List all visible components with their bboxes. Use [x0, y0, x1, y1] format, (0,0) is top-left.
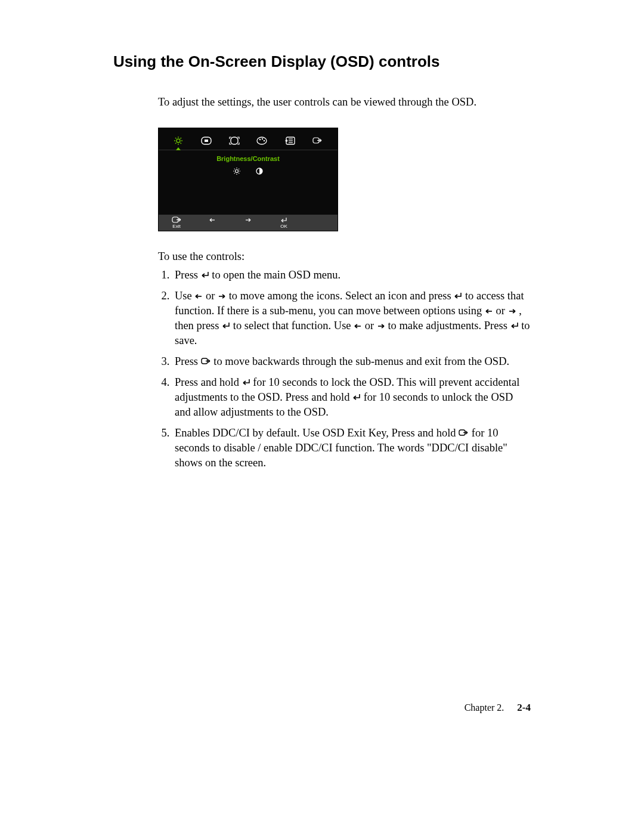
- text: to make adjustments. Press: [385, 320, 510, 332]
- text: Press: [175, 269, 201, 281]
- controls-lead: To use the controls:: [158, 249, 531, 264]
- right-arrow-icon: [508, 304, 516, 318]
- osd-screenshot: Brightness/Contrast Exit OK: [158, 128, 531, 231]
- right-arrow-icon: [377, 318, 385, 333]
- exit-icon: [172, 216, 182, 224]
- osd-right-button[interactable]: [230, 216, 266, 224]
- enter-icon: [454, 289, 462, 304]
- osd-tab-scaling[interactable]: [220, 132, 248, 150]
- left-arrow-icon: [194, 289, 203, 304]
- right-arrow-icon: [218, 289, 226, 304]
- osd-exit-label: Exit: [172, 224, 180, 229]
- osd-body: [159, 179, 338, 215]
- osd-left-button[interactable]: [194, 216, 230, 224]
- osd-subtitle: Brightness/Contrast: [159, 150, 338, 165]
- intro-paragraph: To adjust the settings, the user control…: [158, 95, 531, 110]
- step-3: Press to move backwards through the sub-…: [172, 354, 531, 369]
- exit-icon: [459, 426, 469, 441]
- enter-icon: [510, 318, 519, 333]
- osd-tab-color[interactable]: [248, 132, 276, 150]
- left-arrow-icon: [485, 304, 493, 318]
- section-heading: Using the On-Screen Display (OSD) contro…: [113, 52, 531, 71]
- text: or: [203, 290, 218, 302]
- page-number: 2-4: [517, 702, 531, 713]
- osd-panel: Brightness/Contrast Exit OK: [158, 128, 338, 231]
- osd-tab-brightness[interactable]: [165, 132, 193, 150]
- osd-ok-label: OK: [280, 224, 287, 229]
- brightness-icon[interactable]: [233, 167, 241, 175]
- document-page: Using the On-Screen Display (OSD) contro…: [0, 0, 644, 833]
- steps-list: Press to open the main OSD menu. Use or …: [158, 268, 531, 470]
- text: to open the main OSD menu.: [209, 269, 340, 281]
- osd-exit-button[interactable]: Exit: [159, 216, 194, 229]
- text: to move among the icons. Select an icon …: [226, 290, 454, 302]
- step-5: Enables DDC/CI by default. Use OSD Exit …: [172, 426, 531, 470]
- step-2: Use or to move among the icons. Select a…: [172, 289, 531, 348]
- enter-icon: [222, 318, 230, 333]
- text: or: [362, 320, 377, 332]
- text: Press and hold: [175, 376, 242, 388]
- osd-sub-icons: [159, 165, 338, 179]
- exit-icon: [201, 354, 211, 369]
- enter-icon: [201, 268, 209, 283]
- text: Use: [175, 290, 194, 302]
- text: to select that function. Use: [230, 320, 354, 332]
- enter-icon: [280, 216, 287, 224]
- step-4: Press and hold for 10 seconds to lock th…: [172, 375, 531, 420]
- osd-ok-button[interactable]: OK: [266, 216, 302, 229]
- left-arrow-icon: [354, 318, 362, 333]
- right-arrow-icon: [244, 216, 252, 224]
- text: or: [493, 305, 508, 317]
- osd-tab-options[interactable]: [276, 132, 304, 150]
- text: Press: [175, 355, 201, 367]
- text: to move backwards through the sub-menus …: [211, 355, 509, 367]
- enter-icon: [242, 375, 250, 390]
- osd-tab-position[interactable]: [193, 132, 221, 150]
- chapter-label: Chapter 2.: [465, 702, 504, 713]
- osd-tab-row: [159, 128, 338, 150]
- left-arrow-icon: [209, 216, 216, 224]
- osd-tab-exit[interactable]: [304, 132, 332, 150]
- osd-footer: Exit OK: [159, 215, 338, 231]
- text: Enables DDC/CI by default. Use OSD Exit …: [175, 427, 459, 439]
- contrast-icon[interactable]: [255, 167, 264, 175]
- page-footer: Chapter 2. 2-4: [465, 702, 531, 714]
- enter-icon: [352, 390, 361, 405]
- step-1: Press to open the main OSD menu.: [172, 268, 531, 283]
